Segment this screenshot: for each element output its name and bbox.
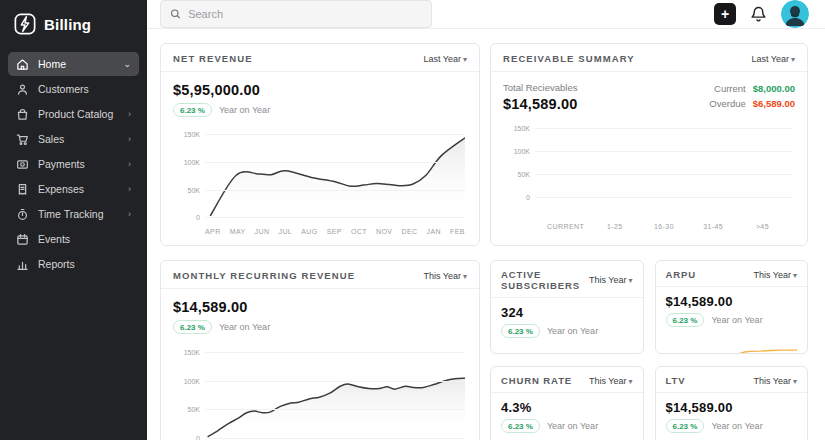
sales-cart-icon [16,133,29,146]
bar-label: 16-30 [639,223,688,230]
y-axis-tick: 50K [518,171,530,178]
active-subscribers-card: ACTIVE SUBSCRIBERS This Year▾ 324 6.23 %… [490,260,644,354]
quick-add-button[interactable]: + [714,3,736,25]
app-title: Billing [44,16,91,33]
gridline [205,134,465,135]
yoy-caption: Year on Year [547,421,598,431]
reports-chart-icon [16,258,29,271]
yoy-caption: Year on Year [711,421,762,431]
ltv-card: LTV This Year▾ $14,589.00 6.23 % Year on… [655,366,809,440]
user-avatar[interactable] [781,0,809,28]
sidebar-item-payments[interactable]: Payments › [8,152,139,176]
churn-rate-card: CHURN RATE This Year▾ 4.3% 6.23 % Year o… [490,366,644,440]
churn-rate-value: 4.3% [501,400,633,415]
x-axis-label: OCT [351,228,367,235]
y-axis-tick: 0 [196,435,200,440]
y-axis-tick: 50K [188,187,200,194]
search-input[interactable] [188,8,422,20]
sidebar-item-home[interactable]: Home ⌄ [8,52,139,76]
gridline [535,151,793,152]
receivable-period-dropdown[interactable]: Last Year▾ [751,54,795,64]
y-axis-tick: 0 [196,214,200,221]
net-revenue-card: NET REVENUE Last Year▾ $5,95,000.00 6.23… [160,43,480,246]
x-axis-label: FEB [450,228,465,235]
chevron-right-icon: › [128,209,131,219]
mrr-card: MONTHLY RECURRING REVENUE This Year▾ $14… [160,260,480,440]
product-catalog-icon [16,108,29,121]
app-logo: Billing [0,0,147,47]
expenses-receipt-icon [16,183,29,196]
bar-label: 1-25 [590,223,639,230]
time-tracking-icon [16,208,29,221]
sidebar-nav: Home ⌄ Customers Product Catalog › Sales… [0,47,147,281]
arpu-period-dropdown[interactable]: This Year▾ [753,270,797,280]
active-subscribers-title: ACTIVE SUBSCRIBERS [501,269,589,291]
billing-logo-icon [14,13,36,35]
ltv-period-dropdown[interactable]: This Year▾ [753,376,797,386]
gridline [205,352,465,353]
gridline [535,174,793,175]
home-icon [16,58,29,71]
active-subscribers-sparkline [501,345,633,354]
y-axis-tick: 150K [184,349,200,356]
sidebar-item-time-tracking[interactable]: Time Tracking › [8,202,139,226]
mrr-title: MONTHLY RECURRING REVENUE [173,270,355,281]
chevron-down-icon: ▾ [793,377,797,386]
plus-icon: + [721,7,729,21]
total-receivables-label: Total Recievables [503,82,578,93]
receivable-summary-card: RECEIVABLE SUMMARY Last Year▾ Total Reci… [490,43,808,246]
kpi-grid: ACTIVE SUBSCRIBERS This Year▾ 324 6.23 %… [490,260,808,440]
chevron-down-icon: ▾ [791,55,795,64]
mrr-value: $14,589.00 [173,299,467,315]
y-axis-tick: 50K [188,406,200,413]
active-subscribers-yoy-badge: 6.23 % [501,324,540,338]
chevron-right-icon: › [128,184,131,194]
topbar-actions: + [714,0,809,28]
search-box[interactable] [160,0,432,28]
ltv-title: LTV [666,375,686,386]
chevron-down-icon: ⌄ [123,59,131,69]
yoy-caption: Year on Year [711,315,762,325]
chevron-down-icon: ▾ [463,272,467,281]
x-axis-label: SEP [327,228,342,235]
arpu-card: ARPU This Year▾ $14,589.00 6.23 % Year o… [655,260,809,354]
sidebar-item-product-catalog[interactable]: Product Catalog › [8,102,139,126]
app-window: Billing Home ⌄ Customers Product Catalog… [0,0,825,440]
search-icon [170,8,181,20]
churn-rate-title: CHURN RATE [501,375,572,386]
churn-rate-period-dropdown[interactable]: This Year▾ [589,376,633,386]
x-axis: CURRENT1-2516-3031-45>45 [535,223,793,230]
active-subscribers-period-dropdown[interactable]: This Year▾ [589,275,633,285]
x-axis: APRMAYJUNJULAUGSEPOCTNOVDECJANFEB [205,228,465,235]
sidebar-item-sales[interactable]: Sales › [8,127,139,151]
net-revenue-period-dropdown[interactable]: Last Year▾ [423,54,467,64]
chevron-right-icon: › [128,134,131,144]
bell-icon [749,5,768,24]
sidebar-item-expenses[interactable]: Expenses › [8,177,139,201]
net-revenue-title: NET REVENUE [173,53,253,64]
x-axis-label: JUN [255,228,270,235]
mrr-period-dropdown[interactable]: This Year▾ [423,271,467,281]
arpu-yoy-badge: 6.23 % [666,313,705,327]
current-value: $8,000.00 [753,83,795,94]
main-area: + [147,0,825,440]
yoy-caption: Year on Year [219,322,270,332]
y-axis-tick: 100K [514,148,530,155]
x-axis-label: MAY [230,228,246,235]
dashboard-row-2: MONTHLY RECURRING REVENUE This Year▾ $14… [160,260,808,440]
chevron-right-icon: › [128,109,131,119]
sidebar-item-customers[interactable]: Customers [8,77,139,101]
ltv-yoy-badge: 6.23 % [666,419,705,433]
x-axis-label: JUL [279,228,293,235]
sidebar-item-reports[interactable]: Reports [8,252,139,276]
x-axis-label: APR [205,228,221,235]
notifications-button[interactable] [749,5,768,24]
chevron-right-icon: › [128,159,131,169]
mrr-yoy-badge: 6.23 % [173,320,212,334]
chevron-down-icon: ▾ [793,271,797,280]
customers-icon [16,83,29,96]
chevron-down-icon: ▾ [628,377,632,386]
y-axis-tick: 100K [184,159,200,166]
events-calendar-icon [16,233,29,246]
sidebar-item-events[interactable]: Events [8,227,139,251]
